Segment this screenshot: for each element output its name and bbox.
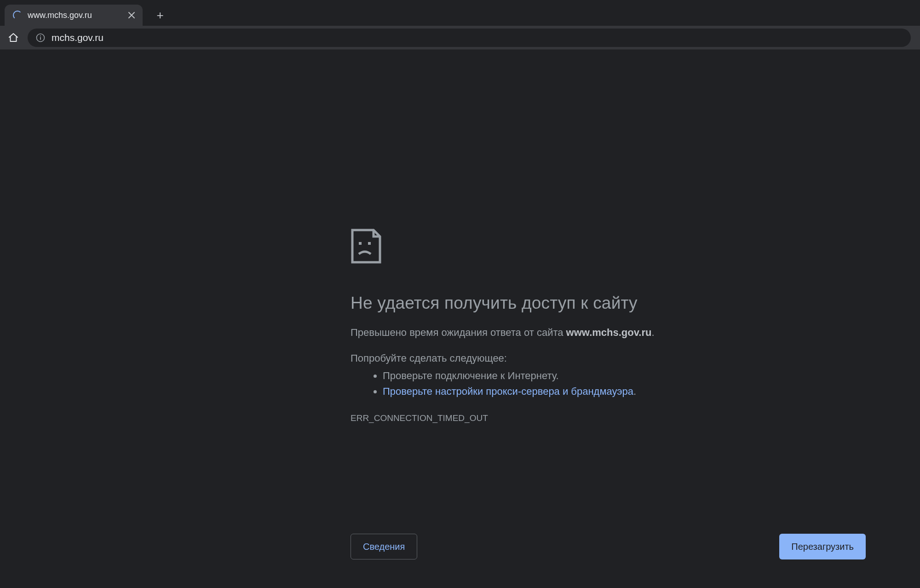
sad-page-icon: [351, 228, 751, 266]
home-button[interactable]: [6, 31, 20, 45]
new-tab-button[interactable]: +: [151, 6, 169, 24]
tab-title: www.mchs.gov.ru: [28, 11, 121, 20]
suggestion-item: Проверьте настройки прокси-сервера и бра…: [383, 384, 751, 399]
error-message-suffix: .: [651, 327, 654, 338]
browser-tab[interactable]: www.mchs.gov.ru: [5, 5, 143, 26]
svg-rect-3: [359, 242, 362, 245]
error-message-prefix: Превышено время ожидания ответа от сайта: [351, 327, 566, 338]
error-title: Не удается получить доступ к сайту: [351, 294, 751, 313]
svg-rect-4: [368, 242, 371, 245]
close-tab-button[interactable]: [127, 11, 136, 20]
error-message: Превышено время ожидания ответа от сайта…: [351, 325, 751, 340]
site-info-icon[interactable]: [36, 33, 45, 42]
page-content: Не удается получить доступ к сайту Превы…: [0, 50, 920, 588]
svg-rect-2: [40, 37, 41, 40]
details-button[interactable]: Сведения: [351, 534, 417, 559]
reload-button[interactable]: Перезагрузить: [779, 534, 866, 559]
error-container: Не удается получить доступ к сайту Превы…: [351, 228, 751, 423]
tab-strip: www.mchs.gov.ru +: [0, 0, 920, 26]
browser-toolbar: mchs.gov.ru: [0, 26, 920, 50]
address-bar[interactable]: mchs.gov.ru: [28, 29, 911, 47]
error-code: ERR_CONNECTION_TIMED_OUT: [351, 413, 751, 423]
error-message-host: www.mchs.gov.ru: [566, 327, 652, 338]
svg-point-1: [40, 35, 41, 36]
suggestion-item: Проверьте подключение к Интернету.: [383, 368, 751, 384]
proxy-firewall-link[interactable]: Проверьте настройки прокси-сервера и бра…: [383, 386, 633, 397]
suggestions-intro: Попробуйте сделать следующее:: [351, 352, 751, 364]
url-text: mchs.gov.ru: [52, 32, 104, 43]
loading-spinner-icon: [13, 11, 22, 20]
error-actions: Сведения Перезагрузить: [351, 534, 866, 559]
suggestions-list: Проверьте подключение к Интернету. Прове…: [351, 368, 751, 399]
